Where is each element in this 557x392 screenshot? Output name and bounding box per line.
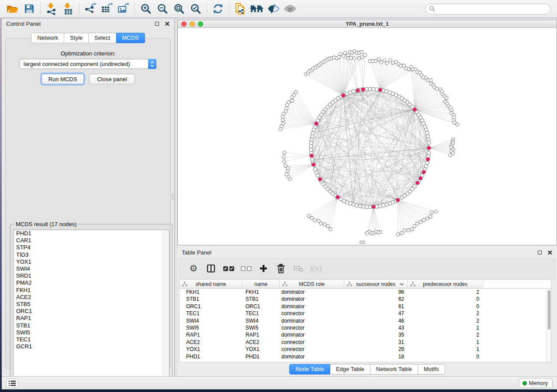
network-node[interactable]	[313, 168, 317, 171]
network-node[interactable]	[365, 87, 368, 91]
network-node[interactable]	[397, 233, 400, 236]
table-row[interactable]: RAP1RAP1dominator352	[180, 331, 547, 338]
network-node[interactable]	[283, 160, 286, 163]
network-node[interactable]	[403, 229, 406, 232]
column-header-predecessor-nodes[interactable]: predecessor nodes	[408, 280, 483, 288]
network-node[interactable]	[363, 53, 367, 57]
deselect-all-checkboxes-icon[interactable]	[237, 261, 255, 276]
table-scrollbar[interactable]	[547, 289, 551, 362]
network-node[interactable]	[411, 228, 414, 231]
network-hub-node[interactable]	[341, 93, 345, 97]
network-node[interactable]	[311, 158, 314, 162]
network-node[interactable]	[377, 58, 381, 61]
network-node[interactable]	[317, 219, 321, 223]
network-node[interactable]	[456, 123, 459, 127]
network-node[interactable]	[375, 88, 378, 91]
column-header-name[interactable]: name	[242, 280, 280, 288]
column-header-mcds-role[interactable]: MCDS role	[280, 280, 344, 288]
list-scrollbar[interactable]	[163, 230, 169, 383]
mcds-result-item[interactable]: STB5	[14, 301, 169, 308]
table-row[interactable]: TEC1TEC1connector472	[180, 310, 547, 317]
mcds-result-item[interactable]: ORC1	[14, 308, 169, 315]
network-node[interactable]	[283, 151, 287, 155]
network-node[interactable]	[284, 110, 287, 113]
network-node[interactable]	[368, 205, 372, 209]
network-node[interactable]	[362, 205, 365, 208]
network-hub-node[interactable]	[311, 163, 315, 167]
search-input[interactable]	[435, 5, 547, 12]
network-node[interactable]	[426, 131, 429, 135]
memory-button[interactable]: Memory	[519, 378, 553, 388]
criterion-dropdown[interactable]: largest connected component (undirected)	[20, 59, 156, 69]
network-hub-node[interactable]	[422, 170, 426, 174]
network-hub-node[interactable]	[310, 154, 314, 158]
neighborhood-icon[interactable]	[249, 1, 265, 16]
vertical-splitter-handle[interactable]	[172, 194, 175, 199]
zoom-in-icon[interactable]	[138, 1, 154, 16]
network-node[interactable]	[429, 79, 432, 82]
table-row[interactable]: ORC1ORC1dominator610	[180, 303, 547, 310]
mcds-result-item[interactable]: SWI4	[14, 265, 169, 272]
export-image-icon[interactable]	[115, 1, 132, 16]
network-node[interactable]	[407, 229, 410, 232]
network-node[interactable]	[285, 172, 288, 176]
network-node[interactable]	[365, 232, 369, 235]
table-row[interactable]: SWI4SWI4dominator462	[180, 317, 547, 324]
network-node[interactable]	[400, 231, 404, 235]
network-node[interactable]	[319, 222, 323, 225]
tab-network[interactable]: Network	[31, 33, 64, 43]
network-node[interactable]	[413, 224, 416, 228]
network-node[interactable]	[310, 217, 314, 220]
network-node[interactable]	[343, 51, 347, 55]
network-hub-node[interactable]	[419, 176, 422, 180]
select-all-checkboxes-icon[interactable]	[220, 261, 237, 276]
network-node[interactable]	[309, 141, 313, 144]
save-icon[interactable]	[21, 1, 38, 16]
network-node[interactable]	[323, 223, 327, 226]
new-network-from-selection-icon[interactable]	[232, 1, 249, 16]
network-node[interactable]	[378, 204, 382, 208]
mcds-result-item[interactable]: TID3	[14, 251, 169, 258]
table-row[interactable]: FKH1FKH1dominator962	[180, 289, 547, 296]
search-field[interactable]	[425, 3, 551, 14]
network-node[interactable]	[383, 58, 386, 62]
network-hub-node[interactable]	[378, 88, 382, 92]
network-node[interactable]	[415, 222, 419, 225]
network-node[interactable]	[309, 144, 313, 148]
network-hub-node[interactable]	[372, 205, 376, 209]
network-node[interactable]	[310, 138, 313, 141]
network-node[interactable]	[313, 219, 317, 222]
network-node[interactable]	[281, 118, 285, 122]
zoom-out-icon[interactable]	[154, 1, 171, 16]
network-node[interactable]	[372, 87, 375, 91]
network-node[interactable]	[294, 90, 298, 94]
close-panel-icon[interactable]: ✕	[164, 22, 170, 26]
refresh-icon[interactable]	[210, 1, 226, 16]
network-hub-node[interactable]	[427, 146, 431, 150]
network-node[interactable]	[342, 54, 345, 58]
gear-icon[interactable]: ⚙	[185, 261, 202, 276]
run-mcds-button[interactable]: Run MCDS	[42, 74, 84, 84]
network-node[interactable]	[285, 107, 288, 110]
mcds-result-item[interactable]: STP4	[14, 244, 169, 251]
network-node[interactable]	[385, 62, 389, 65]
network-node[interactable]	[449, 153, 452, 157]
network-node[interactable]	[287, 101, 291, 104]
network-node[interactable]	[434, 210, 438, 213]
mcds-result-item[interactable]: SWI5	[14, 329, 169, 336]
network-hub-node[interactable]	[413, 108, 417, 112]
network-node[interactable]	[311, 134, 314, 138]
tab-style[interactable]: Style	[64, 33, 89, 43]
network-node[interactable]	[427, 141, 430, 144]
network-node[interactable]	[358, 204, 362, 208]
network-node[interactable]	[382, 203, 385, 207]
mcds-result-item[interactable]: ACE2	[14, 294, 169, 301]
network-node[interactable]	[291, 99, 294, 103]
add-column-icon[interactable]	[255, 261, 272, 276]
table-row[interactable]: ACE2ACE2connector311	[180, 339, 547, 346]
network-hub-node[interactable]	[396, 198, 400, 202]
task-history-button[interactable]	[6, 378, 18, 388]
network-node[interactable]	[309, 148, 313, 151]
table-tab-network-table[interactable]: Network Table	[370, 364, 418, 375]
network-node[interactable]	[436, 87, 439, 91]
